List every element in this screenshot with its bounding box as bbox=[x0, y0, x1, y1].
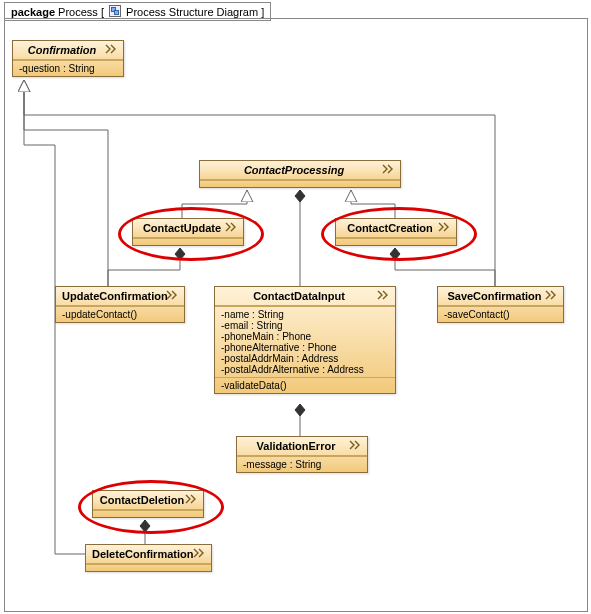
class-title: ContactCreation bbox=[336, 219, 456, 238]
class-title: ContactDataInput bbox=[215, 287, 395, 306]
class-empty-compartment bbox=[93, 510, 203, 517]
class-empty-compartment bbox=[86, 564, 211, 571]
chevron-icon bbox=[545, 290, 559, 300]
class-title: DeleteConfirmation bbox=[86, 545, 211, 564]
package-keyword: package bbox=[11, 6, 55, 18]
class-saveconfirmation[interactable]: SaveConfirmation-saveContact() bbox=[437, 286, 564, 323]
class-title: ContactProcessing bbox=[200, 161, 400, 180]
diagram-type: Process Structure Diagram bbox=[126, 6, 258, 18]
chevron-icon bbox=[377, 290, 391, 300]
class-operations: -saveContact() bbox=[438, 306, 563, 322]
class-validationerror[interactable]: ValidationError-message : String bbox=[236, 436, 368, 473]
class-attribute: -postalAddrMain : Address bbox=[221, 353, 389, 364]
class-contactcreation[interactable]: ContactCreation bbox=[335, 218, 457, 246]
class-title: ContactDeletion bbox=[93, 491, 203, 510]
class-attribute: -email : String bbox=[221, 320, 389, 331]
class-operation: -saveContact() bbox=[444, 309, 557, 320]
diagram-canvas: package Process [ Process Structure Diag… bbox=[0, 0, 591, 614]
class-title: Confirmation bbox=[13, 41, 123, 60]
class-empty-compartment bbox=[200, 180, 400, 187]
class-updateconfirmation[interactable]: UpdateConfirmation-updateContact() bbox=[55, 286, 185, 323]
class-deleteconfirmation[interactable]: DeleteConfirmation bbox=[85, 544, 212, 572]
class-confirmation[interactable]: Confirmation-question : String bbox=[12, 40, 124, 77]
class-attribute: -phoneAlternative : Phone bbox=[221, 342, 389, 353]
class-attributes: -question : String bbox=[13, 60, 123, 76]
class-attribute: -postalAddrAlternative : Address bbox=[221, 364, 389, 375]
chevron-icon bbox=[438, 222, 452, 232]
chevron-icon bbox=[382, 164, 396, 174]
chevron-icon bbox=[185, 494, 199, 504]
class-contactdeletion[interactable]: ContactDeletion bbox=[92, 490, 204, 518]
class-title: ValidationError bbox=[237, 437, 367, 456]
diagram-type-icon bbox=[109, 5, 121, 17]
class-operation: -updateContact() bbox=[62, 309, 178, 320]
chevron-icon bbox=[349, 440, 363, 450]
class-empty-compartment bbox=[133, 238, 243, 245]
class-attribute: -question : String bbox=[19, 63, 117, 74]
package-name: Process bbox=[58, 6, 98, 18]
class-title: ContactUpdate bbox=[133, 219, 243, 238]
chevron-icon bbox=[105, 44, 119, 54]
class-contactdatainput[interactable]: ContactDataInput-name : String-email : S… bbox=[214, 286, 396, 394]
class-contactprocessing[interactable]: ContactProcessing bbox=[199, 160, 401, 188]
chevron-icon bbox=[166, 290, 180, 300]
class-attribute: -name : String bbox=[221, 309, 389, 320]
chevron-icon bbox=[193, 548, 207, 558]
class-empty-compartment bbox=[336, 238, 456, 245]
class-attributes: -name : String-email : String-phoneMain … bbox=[215, 306, 395, 377]
class-title: UpdateConfirmation bbox=[56, 287, 184, 306]
class-attributes: -message : String bbox=[237, 456, 367, 472]
class-attribute: -phoneMain : Phone bbox=[221, 331, 389, 342]
class-operation: -validateData() bbox=[221, 380, 389, 391]
class-attribute: -message : String bbox=[243, 459, 361, 470]
chevron-icon bbox=[225, 222, 239, 232]
class-operations: -updateContact() bbox=[56, 306, 184, 322]
class-title: SaveConfirmation bbox=[438, 287, 563, 306]
class-operations: -validateData() bbox=[215, 377, 395, 393]
class-contactupdate[interactable]: ContactUpdate bbox=[132, 218, 244, 246]
